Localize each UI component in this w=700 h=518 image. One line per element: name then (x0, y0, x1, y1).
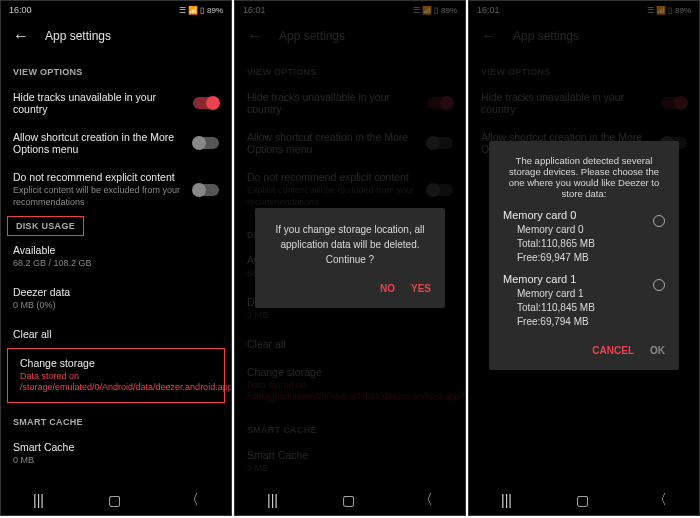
dialog-no-button[interactable]: NO (380, 283, 395, 294)
nav-home-icon[interactable]: ▢ (342, 492, 355, 508)
dialog-intro: The application detected several storage… (503, 155, 665, 199)
dialog-overlay: The application detected several storage… (469, 1, 699, 515)
section-view-options: VIEW OPTIONS (1, 53, 231, 83)
nav-back-icon[interactable]: 〈 (185, 491, 199, 509)
status-bar: 16:00 ☰ 📶 ▯ 89% (1, 1, 231, 19)
row-shortcut[interactable]: Allow shortcut creation in the More Opti… (1, 123, 231, 163)
page-title: App settings (45, 29, 111, 43)
row-available: Available 68.2 GB / 108.2 GB (1, 236, 231, 278)
dialog-cancel-button[interactable]: CANCEL (592, 345, 634, 356)
nav-home-icon[interactable]: ▢ (108, 492, 121, 508)
row-deezer-data: Deezer data 0 MB (0%) (1, 278, 231, 320)
toggle-explicit[interactable] (193, 184, 219, 196)
status-icons: ☰ 📶 ▯ 89% (179, 6, 223, 15)
status-time: 16:00 (9, 5, 32, 15)
dialog-ok-button[interactable]: OK (650, 345, 665, 356)
nav-bar: ||| ▢ 〈 (235, 485, 465, 515)
phone-screen-3: 16:01 ☰ 📶 ▯ 89% ←App settings VIEW OPTIO… (468, 0, 700, 516)
dialog-yes-button[interactable]: YES (411, 283, 431, 294)
confirm-dialog: If you change storage location, all appl… (255, 208, 445, 308)
dialog-overlay: If you change storage location, all appl… (235, 1, 465, 515)
back-icon[interactable]: ← (13, 27, 29, 45)
row-change-storage[interactable]: Change storage Data stored on /storage/e… (7, 348, 225, 403)
nav-bar: ||| ▢ 〈 (469, 485, 699, 515)
row-hide-tracks[interactable]: Hide tracks unavailable in your country (1, 83, 231, 123)
row-smart-cache: Smart Cache 0 MB (1, 433, 231, 475)
phone-screen-1: 16:00 ☰ 📶 ▯ 89% ← App settings VIEW OPTI… (0, 0, 232, 516)
storage-option-0[interactable]: Memory card 0 Memory card 0 Total:110,86… (503, 209, 665, 265)
radio-option-0[interactable] (653, 215, 665, 227)
nav-back-icon[interactable]: 〈 (419, 491, 433, 509)
section-smart-cache: SMART CACHE (1, 403, 231, 433)
section-disk-usage: DISK USAGE (7, 216, 84, 236)
nav-recents-icon[interactable]: ||| (267, 492, 278, 508)
row-explicit[interactable]: Do not recommend explicit content Explic… (1, 163, 231, 216)
nav-bar: ||| ▢ 〈 (1, 485, 231, 515)
toggle-hide-tracks[interactable] (193, 97, 219, 109)
nav-home-icon[interactable]: ▢ (576, 492, 589, 508)
storage-option-1[interactable]: Memory card 1 Memory card 1 Total:110,84… (503, 273, 665, 329)
nav-recents-icon[interactable]: ||| (501, 492, 512, 508)
nav-back-icon[interactable]: 〈 (653, 491, 667, 509)
storage-dialog: The application detected several storage… (489, 141, 679, 370)
dialog-message: If you change storage location, all appl… (269, 222, 431, 267)
nav-recents-icon[interactable]: ||| (33, 492, 44, 508)
phone-screen-2: 16:01 ☰ 📶 ▯ 89% ←App settings VIEW OPTIO… (234, 0, 466, 516)
row-clear-all[interactable]: Clear all (1, 320, 231, 348)
radio-option-1[interactable] (653, 279, 665, 291)
app-header: ← App settings (1, 19, 231, 53)
toggle-shortcut[interactable] (193, 137, 219, 149)
